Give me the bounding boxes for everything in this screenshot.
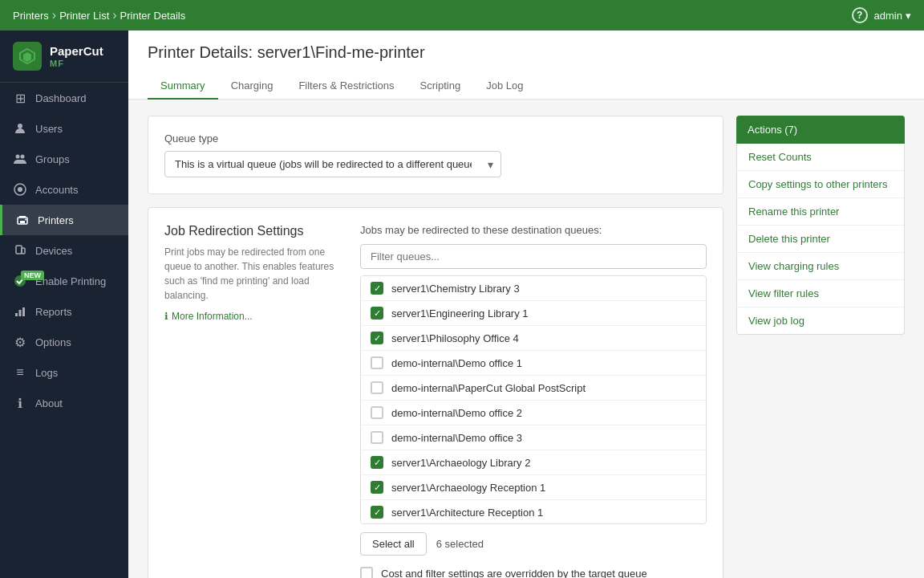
help-icon[interactable]: ? xyxy=(852,7,868,23)
svg-rect-15 xyxy=(22,307,25,316)
breadcrumb-sep-1: › xyxy=(52,8,56,22)
action-delete-printer[interactable]: Delete this printer xyxy=(737,226,904,253)
groups-icon xyxy=(13,152,27,166)
sidebar-label-devices: Devices xyxy=(35,245,72,257)
svg-rect-8 xyxy=(20,221,25,223)
queue-item-8[interactable]: server1\Archaeology Library 2 xyxy=(361,450,706,475)
sidebar-item-groups[interactable]: Groups xyxy=(0,144,128,174)
logo-sub: MF xyxy=(50,59,103,68)
actions-list: Reset Counts Copy settings to other prin… xyxy=(736,144,905,335)
svg-marker-1 xyxy=(23,52,31,62)
queue-item-10[interactable]: server1\Architecture Reception 1 xyxy=(361,500,706,524)
action-view-job-log[interactable]: View job log xyxy=(737,307,904,334)
queue-type-select[interactable]: This is a virtual queue (jobs will be re… xyxy=(164,151,501,177)
action-view-charging[interactable]: View charging rules xyxy=(737,253,904,280)
queue-name-2: server1\Engineering Library 1 xyxy=(391,307,529,320)
queue-checkbox-6[interactable] xyxy=(371,406,383,419)
queue-name-10: server1\Architecture Reception 1 xyxy=(391,507,543,519)
sidebar-item-dashboard[interactable]: ⊞ Dashboard xyxy=(0,83,128,113)
svg-point-3 xyxy=(16,155,20,159)
sidebar-label-reports: Reports xyxy=(35,306,72,318)
queue-checkbox-5[interactable] xyxy=(371,381,383,394)
logs-icon: ≡ xyxy=(13,365,27,380)
redirect-section-title: Job Redirection Settings xyxy=(164,224,341,238)
override-row: Cost and filter settings are overridden … xyxy=(360,567,707,578)
queue-name-4: demo-internal\Demo office 1 xyxy=(391,357,522,369)
override-label: Cost and filter settings are overridden … xyxy=(381,568,647,579)
queue-item-7[interactable]: demo-internal\Demo office 3 xyxy=(361,425,706,450)
override-checkbox[interactable] xyxy=(360,567,373,578)
top-nav: Printers › Printer List › Printer Detail… xyxy=(0,0,924,31)
queue-item-6[interactable]: demo-internal\Demo office 2 xyxy=(361,401,706,425)
sidebar-item-reports[interactable]: Reports xyxy=(0,296,128,327)
queue-name-3: server1\Philosophy Office 4 xyxy=(391,332,519,344)
queue-checkbox-10[interactable] xyxy=(371,506,383,519)
svg-point-6 xyxy=(18,187,22,192)
queue-name-8: server1\Archaeology Library 2 xyxy=(391,457,530,469)
queue-item-3[interactable]: server1\Philosophy Office 4 xyxy=(361,326,706,351)
svg-rect-10 xyxy=(16,246,22,254)
destination-label: Jobs may be redirected to these destinat… xyxy=(360,224,707,236)
queue-item-9[interactable]: server1\Archaeology Reception 1 xyxy=(361,475,706,500)
sidebar-item-about[interactable]: ℹ About xyxy=(0,388,128,418)
sidebar-item-accounts[interactable]: Accounts xyxy=(0,174,128,205)
action-rename-printer[interactable]: Rename this printer xyxy=(737,198,904,226)
tab-charging[interactable]: Charging xyxy=(218,73,286,100)
svg-rect-13 xyxy=(15,313,18,316)
actions-panel: Actions (7) Reset Counts Copy settings t… xyxy=(736,116,905,578)
queue-type-label: Queue type xyxy=(164,132,707,144)
breadcrumb-sep-2: › xyxy=(112,8,116,22)
sidebar-item-users[interactable]: Users xyxy=(0,113,128,144)
sidebar-item-logs[interactable]: ≡ Logs xyxy=(0,357,128,388)
logo-wordmark: PaperCut xyxy=(50,44,103,59)
breadcrumb-printers[interactable]: Printers xyxy=(13,10,49,22)
action-reset-counts[interactable]: Reset Counts xyxy=(737,144,904,171)
content-left: Queue type This is a virtual queue (jobs… xyxy=(148,116,723,578)
action-copy-settings[interactable]: Copy settings to other printers xyxy=(737,171,904,198)
queue-checkbox-9[interactable] xyxy=(371,481,383,494)
select-all-button[interactable]: Select all xyxy=(360,532,427,556)
queue-checkbox-1[interactable] xyxy=(371,282,383,295)
more-info-link[interactable]: ℹ More Information... xyxy=(164,311,341,322)
tab-filters[interactable]: Filters & Restrictions xyxy=(286,73,407,100)
breadcrumb-printer-list[interactable]: Printer List xyxy=(59,10,109,22)
sidebar-label-about: About xyxy=(35,397,63,409)
breadcrumb: Printers › Printer List › Printer Detail… xyxy=(13,8,185,22)
queue-checkbox-2[interactable] xyxy=(371,307,383,320)
queue-checkbox-7[interactable] xyxy=(371,431,383,444)
sidebar-label-printers: Printers xyxy=(38,214,74,226)
top-nav-right: ? admin ▾ xyxy=(852,7,911,23)
tab-joblog[interactable]: Job Log xyxy=(473,73,536,100)
redirect-body: Job Redirection Settings Print jobs may … xyxy=(164,224,707,578)
queue-checkbox-3[interactable] xyxy=(371,332,383,344)
queue-item-1[interactable]: server1\Chemistry Library 3 xyxy=(361,276,706,301)
page-title: Printer Details: server1\Find-me-printer xyxy=(148,43,905,62)
queue-checkbox-4[interactable] xyxy=(371,356,383,369)
selected-count: 6 selected xyxy=(436,538,484,550)
sidebar-label-accounts: Accounts xyxy=(35,184,78,196)
main-content: Printer Details: server1\Find-me-printer… xyxy=(128,31,924,578)
queue-item-4[interactable]: demo-internal\Demo office 1 xyxy=(361,351,706,376)
actions-header: Actions (7) xyxy=(736,116,905,144)
queue-name-5: demo-internal\PaperCut Global PostScript xyxy=(391,382,586,394)
sidebar-item-printers[interactable]: Printers xyxy=(0,205,128,235)
sidebar-item-options[interactable]: ⚙ Options xyxy=(0,327,128,357)
accounts-icon xyxy=(13,182,27,197)
sidebar-item-enable-printing[interactable]: NEW Enable Printing xyxy=(0,266,128,296)
sidebar-label-logs: Logs xyxy=(35,367,58,379)
admin-label: admin xyxy=(874,10,902,22)
queue-item-2[interactable]: server1\Engineering Library 1 xyxy=(361,301,706,326)
queue-list: server1\Chemistry Library 3 server1\Engi… xyxy=(360,275,707,524)
queue-item-5[interactable]: demo-internal\PaperCut Global PostScript xyxy=(361,376,706,401)
sidebar-item-devices[interactable]: Devices xyxy=(0,235,128,266)
svg-point-4 xyxy=(21,155,25,159)
queue-name-7: demo-internal\Demo office 3 xyxy=(391,432,522,444)
admin-button[interactable]: admin ▾ xyxy=(874,10,911,22)
tab-summary[interactable]: Summary xyxy=(148,73,218,100)
tab-scripting[interactable]: Scripting xyxy=(407,73,474,100)
filter-queues-input[interactable] xyxy=(360,244,707,269)
action-view-filter[interactable]: View filter rules xyxy=(737,280,904,307)
sidebar-logo: PaperCut MF xyxy=(0,31,128,83)
svg-rect-11 xyxy=(22,248,25,254)
queue-checkbox-8[interactable] xyxy=(371,456,383,469)
